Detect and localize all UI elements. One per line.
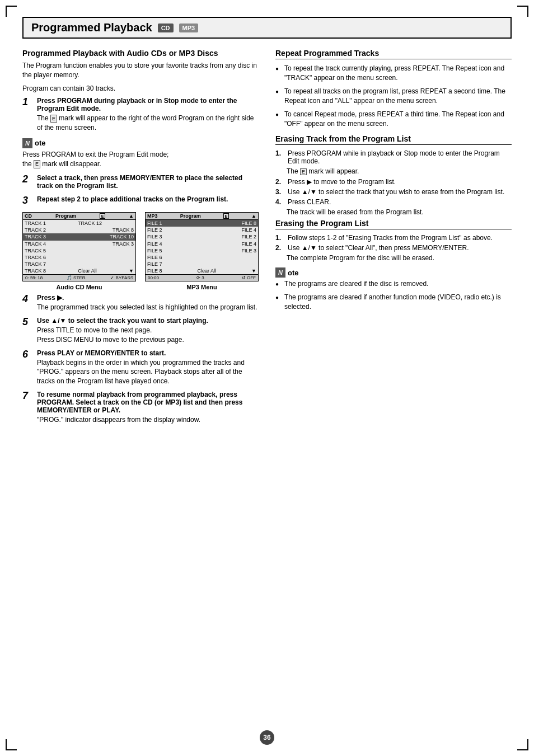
step-7-label: To resume normal playback from programme…: [37, 391, 259, 414]
corner-mark-tl: [6, 6, 17, 17]
erase-step-2-num: 2.: [275, 178, 285, 186]
erase-prog-step-1: 1. Follow steps 1-2 of "Erasing Tracks f…: [275, 234, 512, 242]
mp3-header-left: MP3: [147, 213, 158, 219]
intro-p2: Program can contain 30 tracks.: [22, 84, 259, 93]
erase-step-2: 2. Press ▶ to move to the Program list.: [275, 178, 512, 186]
mp3-row-6: FILE 6: [146, 254, 258, 261]
note-header-1: N ote: [22, 138, 259, 148]
repeat-tracks-title: Repeat Programmed Tracks: [275, 49, 512, 59]
step-3-content: Repeat step 2 to place additional tracks…: [37, 195, 259, 204]
step-4-label: Press ▶.: [37, 294, 259, 302]
note-header-text-1: ote: [35, 139, 46, 147]
erase-step-2-text: Press ▶ to move to the Program list.: [288, 178, 396, 186]
step-4: 4 Press ▶. The programmed track you sele…: [22, 294, 259, 312]
cd-track1-right: TRACK 12: [78, 220, 102, 227]
step-4-content: Press ▶. The programmed track you select…: [37, 294, 259, 312]
erase-step-3: 3. Use ▲/▼ to select the track that you …: [275, 188, 512, 196]
note-header-text-2: ote: [288, 269, 299, 277]
step-5-content: Use ▲/▼ to select the track you want to …: [37, 317, 259, 345]
cd-track6-left: TRACK 6: [25, 254, 46, 261]
prog-mark-step1: E: [50, 115, 57, 123]
mp3-scroll-up: ▲: [251, 213, 256, 219]
step-5-num: 5: [22, 317, 32, 328]
erase-step-3-text: Use ▲/▼ to select the track that you wis…: [288, 188, 504, 196]
mp3-header-program: Program: [180, 213, 201, 219]
note-icon-2: N: [275, 267, 285, 278]
mp3-scroll-down: ▼: [251, 267, 256, 274]
cd-screen: CD Program E ▲ TRACK 1 TRACK 12 TRACK 2: [22, 212, 136, 281]
cd-track8-left: TRACK 8: [25, 267, 46, 274]
mp3-clear-all: Clear All: [198, 267, 217, 274]
note-text-1: Press PROGRAM to exit the Program Edit m…: [22, 150, 259, 169]
mp3-row-7: FILE 7: [146, 261, 258, 267]
note2-bullet-2: The programs are cleared if another func…: [275, 293, 512, 312]
erase-step-4-note: The track will be erased from the Progra…: [287, 208, 512, 216]
mp3-file2-right: FILE 4: [241, 227, 256, 233]
header-box: Programmed Playback CD MP3: [22, 17, 512, 39]
step-3: 3 Repeat step 2 to place additional trac…: [22, 195, 259, 206]
step-2-label: Select a track, then press MEMORY/ENTER …: [37, 174, 259, 190]
step-1-num: 1: [22, 97, 32, 108]
mp3-file5-left: FILE 5: [147, 247, 162, 254]
mp3-screen-wrap: MP3 Program E ▲ FILE 1 FILE 8 FILE 2 FIL…: [145, 212, 259, 290]
cd-track1-left: TRACK 1: [25, 220, 46, 227]
repeat-bullet-1: To repeat the track currently playing, p…: [275, 64, 512, 83]
content-area: Programmed Playback with Audio CDs or MP…: [22, 49, 512, 429]
note-header-2: N ote: [275, 267, 512, 278]
mp3-file1-right: FILE 8: [241, 220, 256, 227]
step-3-label: Repeat step 2 to place additional tracks…: [37, 195, 259, 203]
step-2: 2 Select a track, then press MEMORY/ENTE…: [22, 174, 259, 191]
corner-mark-bl: [6, 739, 17, 750]
mp3-footer-repeat: ⟳ 3: [196, 275, 204, 280]
erase-prog-step-2-text: Use ▲/▼ to select "Clear All", then pres…: [288, 244, 469, 252]
erase-program-title: Erasing the Program List: [275, 219, 512, 229]
cd-track2-left: TRACK 2: [25, 227, 46, 233]
step-6-content: Press PLAY or MEMORY/ENTER to start. Pla…: [37, 349, 259, 386]
cd-footer-bypass: ✓ BYPASS: [110, 275, 133, 280]
cd-scroll-down: ▼: [129, 267, 134, 274]
step-4-num: 4: [22, 294, 32, 305]
erase-step-1-num: 1.: [275, 149, 285, 165]
step-6-desc: Playback begins in the order in which yo…: [37, 358, 259, 386]
repeat-bullet-3: To cancel Repeat mode, press REPEAT a th…: [275, 110, 512, 129]
mp3-file4-left: FILE 4: [147, 241, 162, 247]
cd-screen-label: Audio CD Menu: [22, 284, 136, 290]
mp3-screen: MP3 Program E ▲ FILE 1 FILE 8 FILE 2 FIL…: [145, 212, 259, 281]
corner-mark-tr: [517, 6, 528, 17]
cd-row-7: TRACK 7: [23, 261, 135, 267]
prog-mark-erase: E: [300, 168, 307, 175]
mp3-row-3: FILE 3 FILE 2: [146, 233, 258, 240]
mp3-file2-left: FILE 2: [147, 227, 162, 233]
mp3-file6-left: FILE 6: [147, 254, 162, 261]
step-4-desc: The programmed track you selected last i…: [37, 303, 259, 312]
mp3-row-2: FILE 2 FILE 4: [146, 227, 258, 233]
step-1-desc: The E mark will appear to the right of t…: [37, 114, 259, 133]
erase-prog-step-2-note: The complete Program for the disc will b…: [287, 254, 512, 262]
repeat-bullet-2: To repeat all tracks on the program list…: [275, 87, 512, 106]
cd-track3-left: TRACK 3: [25, 233, 46, 240]
badge-mp3: MP3: [179, 24, 199, 32]
cd-track3-right: TRACK 10: [110, 233, 134, 240]
cd-scroll-up: ▲: [129, 213, 134, 219]
step-5: 5 Use ▲/▼ to select the track you want t…: [22, 317, 259, 345]
note-box-2: N ote The programs are cleared if the di…: [275, 267, 512, 312]
cd-track7-left: TRACK 7: [25, 261, 46, 267]
step-7-content: To resume normal playback from programme…: [37, 391, 259, 425]
left-main-title: Programmed Playback with Audio CDs or MP…: [22, 49, 259, 58]
erase-program-steps: 1. Follow steps 1-2 of "Erasing Tracks f…: [275, 234, 512, 262]
erase-step-4-text: Press CLEAR.: [288, 198, 331, 206]
step-5-desc2: Press DISC MENU to move to the previous …: [37, 335, 259, 345]
screens-container: CD Program E ▲ TRACK 1 TRACK 12 TRACK 2: [22, 212, 259, 290]
mp3-screen-label: MP3 Menu: [145, 284, 259, 290]
mp3-row-1-highlighted: FILE 1 FILE 8: [146, 220, 258, 227]
note-icon-1: N: [22, 138, 32, 148]
cd-footer-mode: 🎵 STER.: [67, 275, 87, 280]
erase-prog-step-2: 2. Use ▲/▼ to select "Clear All", then p…: [275, 244, 512, 252]
note-box-1: N ote Press PROGRAM to exit the Program …: [22, 138, 259, 169]
right-column: Repeat Programmed Tracks To repeat the t…: [275, 49, 512, 429]
mp3-file3-left: FILE 3: [147, 233, 162, 240]
erase-step-1: 1. Press PROGRAM while in playback or St…: [275, 149, 512, 165]
step-2-content: Select a track, then press MEMORY/ENTER …: [37, 174, 259, 191]
corner-mark-br: [517, 739, 528, 750]
note2-bullets: The programs are cleared if the disc is …: [275, 279, 512, 312]
